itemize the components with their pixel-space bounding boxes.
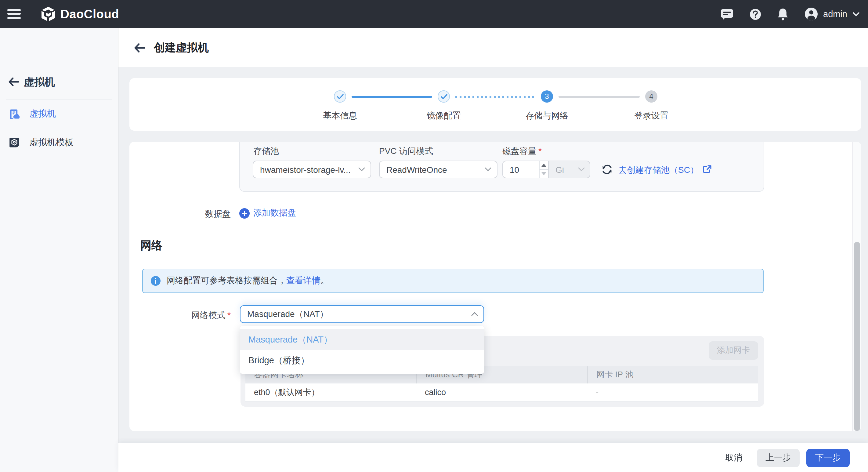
chevron-down-icon (485, 167, 491, 172)
create-storage-pool-link[interactable]: 去创建存储池（SC） (618, 165, 699, 176)
sidebar-header: 虚拟机 (0, 72, 118, 92)
step-label: 存储与网络 (504, 111, 590, 121)
banner-text: 网络配置可参考表格按需组合，查看详情。 (167, 275, 329, 286)
app-root: DaoCloud (0, 0, 868, 472)
network-mode-dropdown: Masquerade（NAT） Bridge（桥接） (240, 326, 484, 374)
content-area: 基本信息 镜像配置 3 存储与网络 4 登录设置 存储池 PVC 访问 (118, 67, 868, 472)
table-row[interactable]: eth0（默认网卡） calico - (245, 383, 758, 402)
info-icon (151, 276, 160, 286)
network-info-banner: 网络配置可参考表格按需组合，查看详情。 (142, 269, 764, 293)
dropdown-option-masquerade[interactable]: Masquerade（NAT） (240, 329, 484, 350)
pvc-access-mode-select[interactable]: ReadWriteOnce (379, 160, 497, 178)
data-disk-label: 数据盘 (166, 209, 231, 220)
dropdown-option-bridge[interactable]: Bridge（桥接） (240, 350, 484, 371)
column-header: 网卡 IP 池 (587, 366, 758, 383)
sidebar-divider (6, 99, 112, 100)
sidebar-item-vm-template[interactable]: 虚拟机模板 (0, 132, 118, 153)
sidebar-item-vm-template-label: 虚拟机模板 (29, 137, 73, 148)
step-login-settings: 4 登录设置 (609, 90, 694, 121)
chevron-down-icon (853, 12, 860, 16)
system-disk-card: 存储池 PVC 访问模式 磁盘容量* hwameistor-storage-lv… (239, 142, 764, 192)
step-number: 4 (645, 90, 657, 102)
disk-capacity-label: 磁盘容量* (502, 146, 542, 157)
pvc-mode-label: PVC 访问模式 (379, 146, 433, 157)
sidebar: 虚拟机 虚拟机 虚拟机模板 (0, 28, 118, 472)
step-storage-network: 3 存储与网络 (504, 90, 590, 121)
chevron-down-icon (358, 167, 365, 172)
refresh-icon[interactable] (601, 164, 613, 175)
brand-logo[interactable]: DaoCloud (40, 6, 119, 22)
panel-scrollbar-track[interactable] (852, 142, 861, 431)
messages-icon[interactable] (720, 8, 734, 21)
help-icon[interactable] (749, 8, 761, 20)
daocloud-cube-icon (40, 6, 56, 22)
back-arrow-icon[interactable] (8, 78, 19, 86)
avatar-icon (804, 7, 818, 21)
sidebar-title: 虚拟机 (24, 75, 55, 89)
username-label: admin (823, 9, 847, 19)
step-image-config: 镜像配置 (401, 90, 487, 121)
step-basic-info: 基本信息 (297, 90, 383, 121)
sidebar-item-vm-label: 虚拟机 (29, 108, 56, 119)
page-title: 创建虚拟机 (154, 40, 209, 55)
capacity-spinner (539, 161, 548, 178)
step-number: 3 (541, 90, 553, 102)
spinner-up-icon[interactable] (539, 161, 548, 169)
form-panel: 存储池 PVC 访问模式 磁盘容量* hwameistor-storage-lv… (129, 142, 861, 431)
next-step-button[interactable]: 下一步 (806, 449, 850, 467)
data-disk-row: 数据盘 添加数据盘 (129, 208, 861, 221)
user-menu[interactable]: admin (804, 7, 860, 21)
vm-icon (9, 108, 20, 119)
ip-pool-cell: - (587, 383, 758, 401)
prev-step-button[interactable]: 上一步 (757, 449, 800, 467)
panel-scrollbar-thumb[interactable] (854, 242, 860, 431)
vm-template-icon (9, 137, 20, 147)
top-bar: DaoCloud (0, 0, 868, 28)
step-label: 基本信息 (297, 111, 383, 121)
chevron-down-icon (578, 167, 585, 172)
step-check-icon (438, 90, 450, 102)
network-mode-label: 网络模式* (166, 310, 231, 321)
page-header: 创建虚拟机 (118, 28, 868, 67)
notifications-bell-icon[interactable] (777, 8, 788, 21)
brand-name: DaoCloud (60, 7, 119, 21)
nic-name-cell: eth0（默认网卡） (245, 383, 416, 401)
network-mode-select[interactable]: Masquerade（NAT） (240, 305, 484, 323)
plus-circle-icon (239, 208, 250, 218)
view-details-link[interactable]: 查看详情 (286, 275, 320, 285)
spinner-down-icon[interactable] (539, 169, 548, 178)
step-label: 登录设置 (609, 111, 694, 121)
storage-pool-label: 存储池 (253, 146, 279, 157)
topbar-actions: admin (720, 0, 860, 28)
stepper-card: 基本信息 镜像配置 3 存储与网络 4 登录设置 (129, 78, 861, 131)
chevron-up-icon (471, 312, 478, 316)
page-back-arrow-icon[interactable] (134, 43, 145, 52)
add-nic-button[interactable]: 添加网卡 (709, 341, 758, 360)
network-section-heading: 网络 (141, 238, 162, 253)
sidebar-item-vm[interactable]: 虚拟机 (0, 103, 118, 124)
step-label: 镜像配置 (401, 111, 487, 121)
disk-capacity-input[interactable] (510, 161, 539, 178)
disk-capacity-input-wrap (502, 160, 549, 178)
hamburger-menu-icon[interactable] (7, 9, 21, 19)
add-data-disk-link[interactable]: 添加数据盘 (239, 208, 296, 218)
multus-cr-cell: calico (416, 383, 587, 401)
step-check-icon (334, 90, 346, 102)
footer-action-bar: 取消 上一步 下一步 (118, 443, 868, 472)
storage-pool-select[interactable]: hwameistor-storage-lv... (253, 160, 371, 178)
external-link-icon[interactable] (703, 165, 712, 174)
capacity-unit-select[interactable]: Gi (549, 160, 590, 178)
cancel-button[interactable]: 取消 (720, 449, 747, 467)
